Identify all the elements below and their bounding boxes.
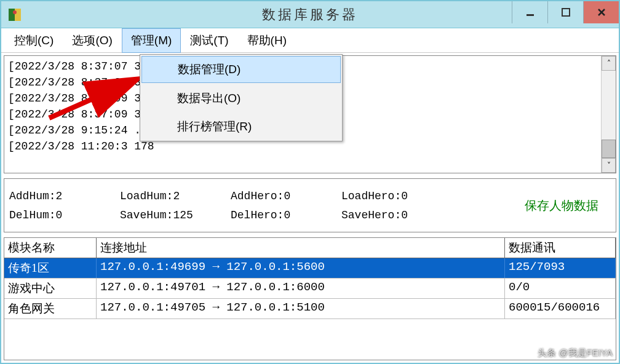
app-icon <box>6 6 23 23</box>
svg-rect-0 <box>9 9 15 21</box>
stats-panel: AddHum:2 LoadHum:2 AddHero:0 LoadHero:0 … <box>4 178 616 232</box>
svg-rect-4 <box>562 9 570 16</box>
stats-row: DelHum:0 SaveHum:125 DelHero:0 SaveHero:… <box>9 209 611 221</box>
save-data-label: 保存人物数据 <box>525 197 598 214</box>
window-title: 数据库服务器 <box>262 6 358 24</box>
cell-address: 127.0.0.1:49699 → 127.0.0.1:5600 <box>97 258 505 278</box>
cell-module: 角色网关 <box>4 299 97 318</box>
menu-test[interactable]: 测试(T) <box>181 28 237 53</box>
cell-traffic: 0/0 <box>505 279 616 298</box>
window-controls <box>512 1 619 23</box>
cell-module: 游戏中心 <box>4 279 97 298</box>
cell-address: 127.0.0.1:49705 → 127.0.0.1:5100 <box>97 299 505 318</box>
menu-options[interactable]: 选项(O) <box>63 28 121 53</box>
minimize-button[interactable] <box>512 1 547 23</box>
stat-addhero: AddHero:0 <box>231 190 341 202</box>
close-button[interactable] <box>583 1 619 23</box>
scroll-thumb[interactable] <box>602 140 616 158</box>
cell-traffic: 125/7093 <box>505 258 616 278</box>
maximize-button[interactable] <box>547 1 583 23</box>
scroll-track[interactable] <box>602 71 616 158</box>
stat-savehum: SaveHum:125 <box>120 209 231 221</box>
header-traffic[interactable]: 数据通讯 <box>505 238 616 258</box>
stats-row: AddHum:2 LoadHum:2 AddHero:0 LoadHero:0 <box>9 190 611 202</box>
menu-help[interactable]: 帮助(H) <box>238 28 296 53</box>
header-address[interactable]: 连接地址 <box>97 238 505 258</box>
connection-table: 模块名称 连接地址 数据通讯 传奇1区 127.0.0.1:49699 → 12… <box>4 237 616 360</box>
svg-point-2 <box>13 10 17 14</box>
stat-addhum: AddHum:2 <box>9 190 120 202</box>
menu-manage[interactable]: 管理(M) <box>122 28 181 53</box>
cell-address: 127.0.0.1:49701 → 127.0.0.1:6000 <box>97 279 505 298</box>
scroll-down-button[interactable]: ˅ <box>602 158 616 173</box>
cell-module: 传奇1区 <box>4 258 97 278</box>
cell-traffic: 600015/600016 <box>505 299 616 318</box>
table-row[interactable]: 角色网关 127.0.0.1:49705 → 127.0.0.1:5100 60… <box>4 299 616 319</box>
dropdown-data-export[interactable]: 数据导出(O) <box>140 84 342 113</box>
manage-dropdown: 数据管理(D) 数据导出(O) 排行榜管理(R) <box>140 54 343 141</box>
stat-delhero: DelHero:0 <box>231 209 341 221</box>
table-header: 模块名称 连接地址 数据通讯 <box>4 238 616 258</box>
menu-control[interactable]: 控制(C) <box>5 28 63 53</box>
watermark: 头条 @我是FEIYA <box>538 347 613 359</box>
titlebar: 数据库服务器 <box>1 1 619 28</box>
svg-rect-1 <box>15 9 21 21</box>
app-window: 数据库服务器 控制(C) 选项(O) 管理(M) 测试(T) 帮助(H) [20… <box>0 0 620 364</box>
menubar: 控制(C) 选项(O) 管理(M) 测试(T) 帮助(H) <box>1 28 619 53</box>
header-module[interactable]: 模块名称 <box>4 238 97 258</box>
scroll-up-button[interactable]: ˄ <box>602 56 616 71</box>
stat-loadhum: LoadHum:2 <box>120 190 231 202</box>
stat-loadhero: LoadHero:0 <box>341 190 452 202</box>
scrollbar[interactable]: ˄ ˅ <box>601 56 616 173</box>
dropdown-data-manage[interactable]: 数据管理(D) <box>141 56 341 83</box>
stat-savehero: SaveHero:0 <box>341 209 452 221</box>
table-row[interactable]: 传奇1区 127.0.0.1:49699 → 127.0.0.1:5600 12… <box>4 258 616 279</box>
table-row[interactable]: 游戏中心 127.0.0.1:49701 → 127.0.0.1:6000 0/… <box>4 279 616 299</box>
svg-rect-3 <box>527 14 534 16</box>
dropdown-rank-manage[interactable]: 排行榜管理(R) <box>140 113 342 141</box>
stat-delhum: DelHum:0 <box>9 209 120 221</box>
